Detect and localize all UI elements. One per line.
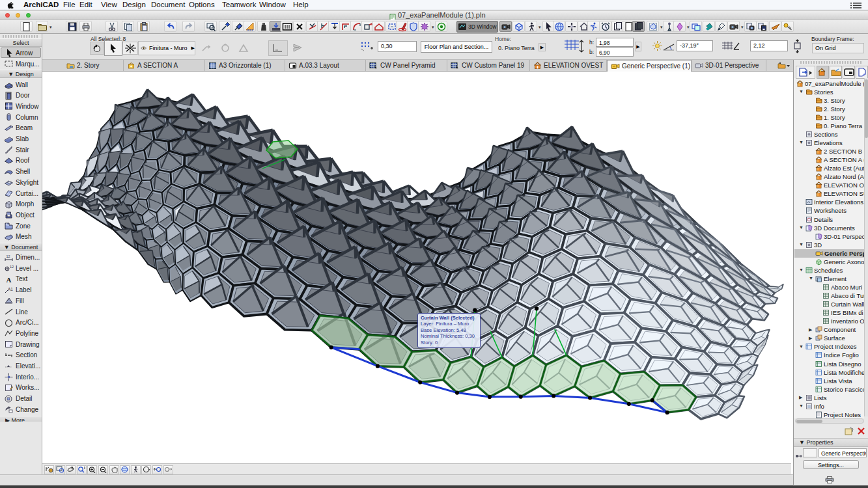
svg-text:A1: A1 — [8, 287, 13, 291]
svg-text:A: A — [7, 275, 12, 283]
svg-text:12: 12 — [7, 254, 10, 258]
svg-text:12: 12 — [10, 265, 14, 269]
